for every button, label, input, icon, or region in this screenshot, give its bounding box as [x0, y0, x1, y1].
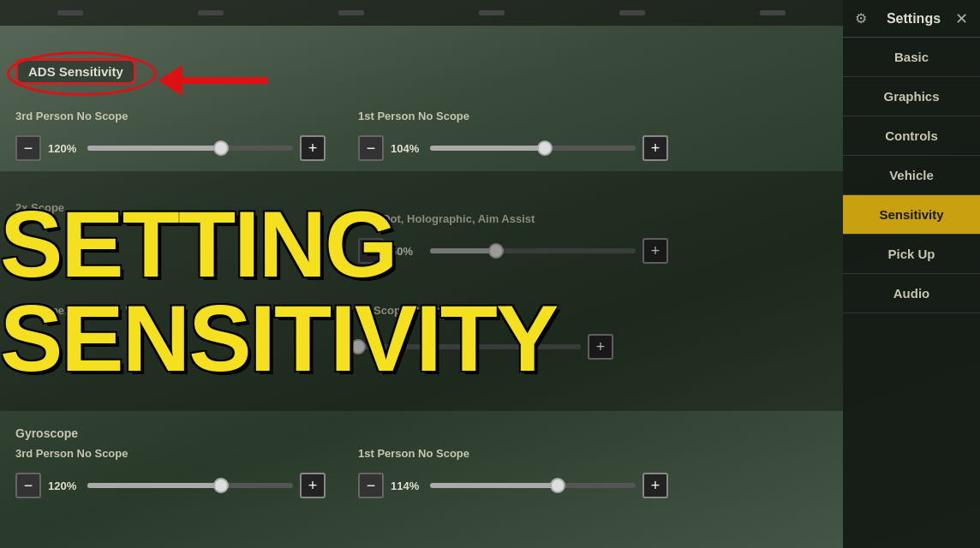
- sidebar-item-graphics[interactable]: Graphics: [843, 77, 980, 116]
- sidebar-header: ⚙ Settings ✕: [843, 0, 980, 38]
- minus-1st[interactable]: −: [358, 135, 384, 161]
- slider-track-gyro-1st[interactable]: [430, 483, 636, 488]
- minus-gyro-1st[interactable]: −: [358, 473, 384, 498]
- sidebar-item-basic[interactable]: Basic: [843, 38, 980, 77]
- slider-track-1st[interactable]: [430, 146, 636, 151]
- slider-track-3rd[interactable]: [87, 146, 293, 151]
- gyroscope-label: Gyroscope: [15, 426, 78, 440]
- slider-fill-gyro-3rd: [87, 483, 221, 488]
- top-divider: [0, 0, 843, 26]
- arrow-head: [158, 65, 182, 96]
- pct-gyro-3rd: 120%: [48, 480, 81, 492]
- slider-thumb-gyro-3rd[interactable]: [213, 478, 229, 493]
- gyro-3rd-label: 3rd Person No Scope: [15, 447, 128, 460]
- sidebar-item-sensitivity[interactable]: Sensitivity: [843, 195, 980, 235]
- slider-row-1st: − 104% +: [358, 135, 668, 161]
- sidebar-item-pickup[interactable]: Pick Up: [843, 235, 980, 274]
- sidebar-title: Settings: [887, 11, 941, 27]
- red-arrow: [158, 65, 268, 96]
- slider-row-gyro-3rd: − 120% +: [15, 473, 326, 498]
- divider-item: [338, 10, 364, 15]
- plus-1st[interactable]: +: [642, 135, 668, 161]
- gear-icon: ⚙: [855, 10, 867, 27]
- slider-fill-3rd: [87, 146, 221, 151]
- dim-overlay: [0, 171, 843, 411]
- label-3rd-person: 3rd Person No Scope: [15, 110, 128, 122]
- divider-item: [760, 10, 786, 15]
- main-content: ADS Sensitivity 3rd Person No Scope 1st …: [0, 0, 843, 548]
- sidebar-item-controls[interactable]: Controls: [843, 116, 980, 156]
- slider-row-gyro-1st: − 114% +: [358, 473, 668, 498]
- plus-gyro-3rd[interactable]: +: [300, 473, 326, 498]
- gyro-1st-label: 1st Person No Scope: [358, 447, 469, 460]
- close-icon[interactable]: ✕: [955, 9, 968, 28]
- label-1st-person: 1st Person No Scope: [358, 110, 469, 122]
- sidebar-item-audio[interactable]: Audio: [843, 274, 980, 313]
- slider-thumb-gyro-1st[interactable]: [550, 478, 565, 493]
- minus-gyro-3rd[interactable]: −: [15, 473, 41, 498]
- slider-thumb-3rd[interactable]: [213, 140, 229, 156]
- slider-thumb-1st[interactable]: [537, 140, 553, 156]
- sidebar-item-vehicle[interactable]: Vehicle: [843, 156, 980, 195]
- divider-item: [619, 10, 645, 15]
- divider-item: [198, 10, 224, 15]
- pct-3rd: 120%: [48, 142, 81, 155]
- slider-track-gyro-3rd[interactable]: [87, 483, 293, 488]
- divider-item: [479, 10, 505, 15]
- plus-gyro-1st[interactable]: +: [642, 473, 668, 498]
- pct-gyro-1st: 114%: [391, 480, 423, 492]
- pct-1st: 104%: [391, 142, 423, 155]
- arrow-shaft: [182, 77, 268, 84]
- divider-item: [57, 10, 83, 15]
- minus-3rd[interactable]: −: [15, 135, 41, 161]
- plus-3rd[interactable]: +: [300, 135, 326, 161]
- slider-fill-gyro-1st: [430, 483, 558, 488]
- slider-fill-1st: [430, 146, 545, 151]
- slider-row-3rd: − 120% +: [15, 135, 326, 161]
- highlight-circle: [7, 51, 157, 96]
- sidebar: ⚙ Settings ✕ Basic Graphics Controls Veh…: [843, 0, 980, 548]
